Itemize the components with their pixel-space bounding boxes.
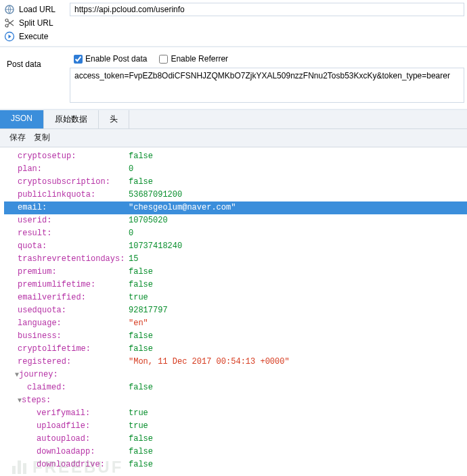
globe-icon — [4, 4, 15, 15]
enable-referrer-input[interactable] — [159, 55, 168, 64]
top-panel: Load URL Split URL Execute — [0, 0, 467, 47]
json-value: false — [129, 344, 153, 354]
url-input[interactable] — [70, 3, 464, 16]
json-key: premiumlifetime — [18, 280, 91, 289]
json-value: 10705020 — [129, 216, 168, 225]
json-value: false — [129, 434, 153, 444]
json-key: claimed — [27, 383, 61, 392]
json-value: false — [129, 331, 153, 341]
svg-point-1 — [5, 19, 8, 22]
checkbox-row: Enable Post data Enable Referrer — [70, 51, 464, 68]
json-key: steps — [22, 396, 46, 405]
json-value: 10737418240 — [129, 241, 182, 251]
json-key: cryptosubscription — [18, 177, 106, 187]
json-key: premium — [18, 267, 51, 277]
json-key: verifymail — [37, 408, 85, 418]
json-value: false — [129, 151, 153, 161]
json-row[interactable]: claimed:false — [4, 381, 467, 394]
tab-json[interactable]: JSON — [0, 110, 44, 128]
json-key: usedquota — [18, 306, 62, 315]
json-row[interactable]: language:"en" — [4, 317, 467, 330]
json-key: publiclinkquota — [18, 190, 91, 199]
json-value: 0 — [129, 164, 133, 174]
json-row[interactable]: cryptosetup:false — [4, 150, 467, 163]
json-key: email — [18, 203, 42, 212]
post-data-input[interactable] — [70, 68, 464, 103]
json-row[interactable]: registered:"Mon, 11 Dec 2017 00:54:13 +0… — [4, 356, 467, 368]
json-row[interactable]: userid:10705020 — [4, 214, 467, 227]
json-row[interactable]: premium:false — [4, 266, 467, 279]
json-value: 53687091200 — [129, 190, 182, 199]
save-button[interactable]: 保存 — [5, 130, 30, 145]
json-row[interactable]: quota:10737418240 — [4, 240, 467, 253]
json-value: false — [129, 280, 153, 289]
json-row[interactable]: downloaddrive:false — [4, 458, 467, 471]
post-panel: Post data Enable Post data Enable Referr… — [0, 47, 467, 110]
json-key: result — [18, 229, 47, 238]
json-key: trashrevretentiondays — [18, 254, 120, 264]
load-url-button[interactable]: Load URL — [0, 3, 70, 16]
json-row[interactable]: verifymail:true — [4, 407, 467, 420]
json-key: autoupload — [37, 434, 85, 444]
enable-post-input[interactable] — [74, 55, 83, 64]
tab-raw[interactable]: 原始数据 — [44, 110, 99, 128]
json-value: false — [129, 267, 153, 277]
json-value: 92817797 — [129, 306, 168, 315]
enable-referrer-label: Enable Referrer — [171, 54, 228, 64]
json-row[interactable]: plan:0 — [4, 163, 467, 176]
action-list: Load URL Split URL Execute — [0, 0, 70, 46]
json-value: false — [129, 383, 153, 392]
json-row[interactable]: cryptosubscription:false — [4, 176, 467, 189]
svg-point-2 — [5, 24, 8, 27]
tabs-bar: JSON 原始数据 头 — [0, 110, 467, 129]
url-panel — [70, 0, 467, 46]
json-row[interactable]: usedquota:92817797 — [4, 304, 467, 317]
json-value: true — [129, 408, 148, 418]
json-value: "Mon, 11 Dec 2017 00:54:13 +0000" — [129, 357, 290, 366]
json-row[interactable]: result:0 — [4, 227, 467, 240]
json-row[interactable]: emailverified:true — [4, 291, 467, 304]
json-row[interactable]: email:"chesgeolum@naver.com" — [4, 201, 467, 214]
json-row[interactable]: trashrevretentiondays:15 — [4, 253, 467, 266]
json-value: false — [129, 447, 153, 456]
json-key: journey — [19, 370, 53, 379]
json-value: 0 — [129, 229, 133, 238]
copy-button[interactable]: 复制 — [30, 130, 54, 145]
split-url-label: Split URL — [19, 18, 53, 28]
enable-post-label: Enable Post data — [85, 54, 147, 64]
json-key: cryptolifetime — [18, 344, 86, 354]
json-value: "chesgeolum@naver.com" — [129, 203, 236, 212]
execute-label: Execute — [19, 32, 48, 41]
enable-referrer-checkbox[interactable]: Enable Referrer — [159, 54, 228, 64]
json-key: uploadfile — [37, 421, 85, 431]
json-view: cryptosetup:falseplan:0cryptosubscriptio… — [0, 147, 467, 476]
json-key: business — [18, 331, 57, 341]
json-key: quota — [18, 241, 42, 251]
json-row[interactable]: ▼journey: — [4, 368, 467, 381]
json-key: downloaddrive — [37, 460, 100, 469]
json-key: userid — [18, 216, 47, 225]
split-url-button[interactable]: Split URL — [0, 16, 70, 30]
json-row[interactable]: cryptolifetime:false — [4, 343, 467, 356]
post-data-label: Post data — [0, 47, 70, 109]
json-row[interactable]: uploadfile:true — [4, 420, 467, 433]
json-row[interactable]: publiclinkquota:53687091200 — [4, 189, 467, 201]
tab-headers[interactable]: 头 — [99, 110, 129, 128]
json-value: true — [129, 293, 148, 302]
post-right: Enable Post data Enable Referrer — [70, 47, 467, 109]
json-key: cryptosetup — [18, 151, 71, 161]
enable-post-checkbox[interactable]: Enable Post data — [74, 54, 147, 64]
execute-button[interactable]: Execute — [0, 30, 70, 43]
json-row[interactable]: autoupload:false — [4, 433, 467, 446]
json-key: downloadapp — [37, 447, 90, 456]
json-value: 15 — [129, 254, 138, 264]
json-value: true — [129, 421, 148, 431]
play-icon — [4, 31, 15, 42]
json-row[interactable]: ▼steps: — [4, 394, 467, 407]
json-row[interactable]: premiumlifetime:false — [4, 279, 467, 291]
json-row[interactable]: business:false — [4, 330, 467, 343]
load-url-label: Load URL — [19, 5, 55, 14]
json-value: false — [129, 177, 153, 187]
json-key: plan — [18, 164, 37, 174]
json-row[interactable]: downloadapp:false — [4, 446, 467, 458]
